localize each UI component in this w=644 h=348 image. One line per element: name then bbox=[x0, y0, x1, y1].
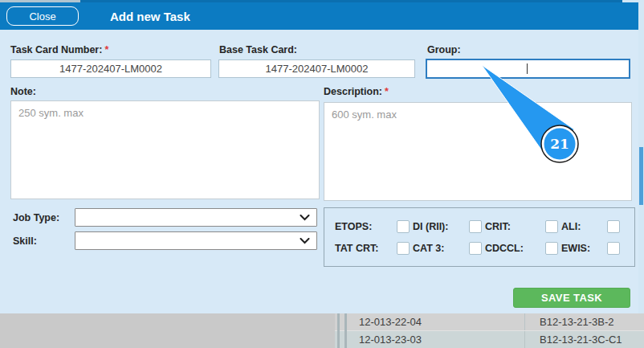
flag-cat-3: CAT 3: bbox=[413, 237, 485, 259]
background-table: 12-013-22-04 B12-13-21-3B-2 12-013-23-03… bbox=[0, 313, 644, 348]
flag-etops: ETOPS: bbox=[335, 215, 413, 237]
di-rii-checkbox[interactable] bbox=[469, 220, 482, 233]
text-caret bbox=[527, 63, 528, 74]
task-number-cell: 12-013-23-03 bbox=[335, 331, 524, 348]
ali-checkbox[interactable] bbox=[607, 220, 620, 233]
add-new-task-screen: Close Add new Task Task Card Number:* Ba… bbox=[0, 0, 644, 348]
cat-3-checkbox[interactable] bbox=[469, 242, 482, 255]
task-number-cell: 12-013-22-04 bbox=[335, 313, 524, 330]
skill-select[interactable] bbox=[75, 231, 317, 250]
table-row[interactable]: 12-013-22-04 B12-13-21-3B-2 bbox=[335, 313, 644, 330]
description-textarea[interactable] bbox=[324, 102, 632, 201]
job-type-select[interactable] bbox=[75, 208, 317, 227]
modal-header: Close Add new Task bbox=[0, 2, 638, 30]
chevron-down-icon bbox=[300, 238, 310, 244]
note-textarea[interactable] bbox=[10, 100, 320, 199]
flag-ali: ALI: bbox=[561, 215, 623, 237]
cdccl-checkbox[interactable] bbox=[545, 242, 558, 255]
description-label: Description:* bbox=[324, 86, 389, 97]
chevron-down-icon bbox=[300, 215, 310, 221]
table-gridline bbox=[344, 313, 347, 348]
base-task-card-label: Base Task Card: bbox=[219, 44, 297, 55]
flag-tat-crt: TAT CRT: bbox=[335, 237, 413, 259]
skill-label: Skill: bbox=[13, 235, 37, 247]
flag-cdccl: CDCCL: bbox=[485, 237, 561, 259]
close-button[interactable]: Close bbox=[6, 6, 79, 26]
group-input[interactable] bbox=[426, 59, 630, 79]
tat-crt-checkbox[interactable] bbox=[397, 242, 410, 255]
required-asterisk: * bbox=[385, 86, 389, 97]
task-card-cell: B12-13-21-3B-2 bbox=[524, 313, 614, 330]
crit-checkbox[interactable] bbox=[545, 220, 558, 233]
modal-overlap-cover bbox=[0, 313, 335, 348]
task-card-cell: B12-13-21-3C-C1 bbox=[524, 331, 622, 348]
flag-di-rii: DI (RII): bbox=[413, 215, 485, 237]
base-task-card-input[interactable] bbox=[218, 59, 415, 78]
task-card-number-input[interactable] bbox=[10, 59, 211, 78]
modal-body: Task Card Number:* Base Task Card: Group… bbox=[0, 30, 638, 313]
ewis-checkbox[interactable] bbox=[607, 242, 620, 255]
modal-title: Add new Task bbox=[110, 2, 190, 30]
table-row[interactable]: 12-013-23-03 B12-13-21-3C-C1 bbox=[335, 331, 644, 348]
table-gridline bbox=[337, 313, 340, 348]
note-label: Note: bbox=[10, 86, 36, 97]
job-type-label: Job Type: bbox=[13, 212, 59, 223]
save-task-button[interactable]: SAVE TASK bbox=[513, 288, 630, 308]
required-asterisk: * bbox=[104, 44, 108, 55]
etops-checkbox[interactable] bbox=[397, 220, 410, 233]
scrollbar-thumb[interactable] bbox=[639, 147, 643, 205]
group-label: Group: bbox=[427, 44, 461, 55]
task-card-number-label: Task Card Number:* bbox=[10, 44, 108, 55]
flag-crit: CRIT: bbox=[485, 215, 561, 237]
flags-panel: ETOPS: DI (RII): CRIT: ALI: TAT CRT: bbox=[324, 207, 635, 267]
page-scrollbar[interactable] bbox=[638, 2, 644, 313]
flag-ewis: EWIS: bbox=[561, 237, 623, 259]
add-new-task-modal: Close Add new Task Task Card Number:* Ba… bbox=[0, 2, 638, 313]
